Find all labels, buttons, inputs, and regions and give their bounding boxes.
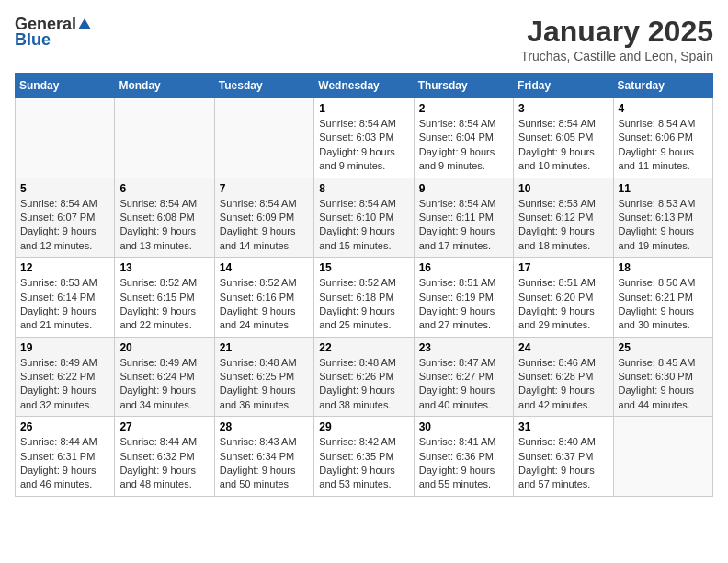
day-info: Sunrise: 8:51 AMSunset: 6:20 PMDaylight:… (518, 276, 608, 333)
day-cell-23: 23Sunrise: 8:47 AMSunset: 6:27 PMDayligh… (414, 337, 513, 417)
week-row-1: 1Sunrise: 8:54 AMSunset: 6:03 PMDaylight… (16, 98, 713, 178)
day-cell-14: 14Sunrise: 8:52 AMSunset: 6:16 PMDayligh… (214, 258, 313, 338)
logo-triangle-icon (78, 18, 91, 29)
day-cell-26: 26Sunrise: 8:44 AMSunset: 6:31 PMDayligh… (16, 417, 115, 497)
day-info: Sunrise: 8:49 AMSunset: 6:22 PMDaylight:… (20, 356, 109, 413)
day-number: 13 (119, 261, 209, 274)
logo: General Blue (15, 15, 93, 50)
day-number: 20 (119, 341, 209, 354)
day-number: 23 (419, 341, 508, 354)
day-info: Sunrise: 8:47 AMSunset: 6:27 PMDaylight:… (419, 356, 508, 413)
week-row-4: 19Sunrise: 8:49 AMSunset: 6:22 PMDayligh… (16, 337, 713, 417)
day-cell-28: 28Sunrise: 8:43 AMSunset: 6:34 PMDayligh… (214, 417, 313, 497)
day-cell-7: 7Sunrise: 8:54 AMSunset: 6:09 PMDaylight… (214, 178, 313, 258)
day-cell-27: 27Sunrise: 8:44 AMSunset: 6:32 PMDayligh… (115, 417, 214, 497)
day-cell-2: 2Sunrise: 8:54 AMSunset: 6:04 PMDaylight… (414, 98, 513, 178)
empty-cell (16, 98, 115, 178)
day-info: Sunrise: 8:54 AMSunset: 6:10 PMDaylight:… (319, 197, 408, 254)
day-info: Sunrise: 8:52 AMSunset: 6:16 PMDaylight:… (220, 276, 309, 333)
weekday-header-monday: Monday (115, 74, 214, 98)
day-number: 28 (220, 420, 309, 433)
calendar-table: SundayMondayTuesdayWednesdayThursdayFrid… (15, 73, 713, 497)
day-number: 6 (119, 182, 209, 195)
day-cell-16: 16Sunrise: 8:51 AMSunset: 6:19 PMDayligh… (414, 258, 513, 338)
day-cell-21: 21Sunrise: 8:48 AMSunset: 6:25 PMDayligh… (214, 337, 313, 417)
day-number: 24 (518, 341, 608, 354)
day-number: 18 (619, 261, 708, 274)
empty-cell (613, 417, 712, 497)
day-number: 16 (419, 261, 508, 274)
day-cell-5: 5Sunrise: 8:54 AMSunset: 6:07 PMDaylight… (16, 178, 115, 258)
day-info: Sunrise: 8:48 AMSunset: 6:25 PMDaylight:… (220, 356, 309, 413)
day-info: Sunrise: 8:45 AMSunset: 6:30 PMDaylight:… (619, 356, 708, 413)
day-cell-30: 30Sunrise: 8:41 AMSunset: 6:36 PMDayligh… (414, 417, 513, 497)
day-cell-29: 29Sunrise: 8:42 AMSunset: 6:35 PMDayligh… (314, 417, 414, 497)
day-info: Sunrise: 8:54 AMSunset: 6:09 PMDaylight:… (220, 197, 309, 254)
day-cell-12: 12Sunrise: 8:53 AMSunset: 6:14 PMDayligh… (16, 258, 115, 338)
day-info: Sunrise: 8:53 AMSunset: 6:12 PMDaylight:… (518, 197, 608, 254)
header: General Blue January 2025 Truchas, Casti… (15, 15, 713, 63)
weekday-header-wednesday: Wednesday (314, 74, 414, 98)
day-number: 17 (518, 261, 608, 274)
day-number: 1 (319, 102, 408, 115)
day-info: Sunrise: 8:52 AMSunset: 6:15 PMDaylight:… (119, 276, 209, 333)
day-cell-31: 31Sunrise: 8:40 AMSunset: 6:37 PMDayligh… (514, 417, 613, 497)
day-number: 5 (20, 182, 109, 195)
day-info: Sunrise: 8:52 AMSunset: 6:18 PMDaylight:… (319, 276, 408, 333)
day-info: Sunrise: 8:43 AMSunset: 6:34 PMDaylight:… (220, 435, 309, 492)
day-number: 2 (419, 102, 508, 115)
day-cell-24: 24Sunrise: 8:46 AMSunset: 6:28 PMDayligh… (514, 337, 613, 417)
week-row-3: 12Sunrise: 8:53 AMSunset: 6:14 PMDayligh… (16, 258, 713, 338)
day-info: Sunrise: 8:54 AMSunset: 6:07 PMDaylight:… (20, 197, 109, 254)
day-number: 19 (20, 341, 109, 354)
day-info: Sunrise: 8:54 AMSunset: 6:05 PMDaylight:… (518, 117, 608, 174)
day-cell-10: 10Sunrise: 8:53 AMSunset: 6:12 PMDayligh… (514, 178, 613, 258)
day-number: 9 (419, 182, 508, 195)
week-row-5: 26Sunrise: 8:44 AMSunset: 6:31 PMDayligh… (16, 417, 713, 497)
day-cell-4: 4Sunrise: 8:54 AMSunset: 6:06 PMDaylight… (613, 98, 712, 178)
title-area: January 2025 Truchas, Castille and Leon,… (520, 15, 713, 63)
day-info: Sunrise: 8:40 AMSunset: 6:37 PMDaylight:… (518, 435, 608, 492)
day-info: Sunrise: 8:53 AMSunset: 6:14 PMDaylight:… (20, 276, 109, 333)
weekday-header-friday: Friday (514, 74, 613, 98)
calendar-subtitle: Truchas, Castille and Leon, Spain (520, 49, 713, 63)
day-cell-20: 20Sunrise: 8:49 AMSunset: 6:24 PMDayligh… (115, 337, 214, 417)
day-number: 7 (220, 182, 309, 195)
day-cell-8: 8Sunrise: 8:54 AMSunset: 6:10 PMDaylight… (314, 178, 414, 258)
weekday-header-sunday: Sunday (16, 74, 115, 98)
day-number: 30 (419, 420, 508, 433)
weekday-header-tuesday: Tuesday (214, 74, 313, 98)
day-info: Sunrise: 8:44 AMSunset: 6:31 PMDaylight:… (20, 435, 109, 492)
empty-cell (115, 98, 214, 178)
day-number: 27 (119, 420, 209, 433)
day-cell-15: 15Sunrise: 8:52 AMSunset: 6:18 PMDayligh… (314, 258, 414, 338)
day-info: Sunrise: 8:51 AMSunset: 6:19 PMDaylight:… (419, 276, 508, 333)
day-info: Sunrise: 8:54 AMSunset: 6:04 PMDaylight:… (419, 117, 508, 174)
day-number: 8 (319, 182, 408, 195)
day-number: 26 (20, 420, 109, 433)
day-cell-9: 9Sunrise: 8:54 AMSunset: 6:11 PMDaylight… (414, 178, 513, 258)
day-cell-19: 19Sunrise: 8:49 AMSunset: 6:22 PMDayligh… (16, 337, 115, 417)
weekday-header-thursday: Thursday (414, 74, 513, 98)
weekday-header-saturday: Saturday (613, 74, 712, 98)
day-number: 25 (619, 341, 708, 354)
day-cell-22: 22Sunrise: 8:48 AMSunset: 6:26 PMDayligh… (314, 337, 414, 417)
day-number: 3 (518, 102, 608, 115)
day-cell-1: 1Sunrise: 8:54 AMSunset: 6:03 PMDaylight… (314, 98, 414, 178)
week-row-2: 5Sunrise: 8:54 AMSunset: 6:07 PMDaylight… (16, 178, 713, 258)
day-info: Sunrise: 8:46 AMSunset: 6:28 PMDaylight:… (518, 356, 608, 413)
day-number: 10 (518, 182, 608, 195)
logo-blue-text: Blue (15, 30, 51, 50)
calendar-title: January 2025 (520, 15, 713, 49)
day-number: 12 (20, 261, 109, 274)
day-number: 4 (619, 102, 708, 115)
day-info: Sunrise: 8:54 AMSunset: 6:08 PMDaylight:… (119, 197, 209, 254)
day-info: Sunrise: 8:42 AMSunset: 6:35 PMDaylight:… (319, 435, 408, 492)
day-number: 14 (220, 261, 309, 274)
day-info: Sunrise: 8:48 AMSunset: 6:26 PMDaylight:… (319, 356, 408, 413)
day-number: 29 (319, 420, 408, 433)
day-info: Sunrise: 8:41 AMSunset: 6:36 PMDaylight:… (419, 435, 508, 492)
day-cell-3: 3Sunrise: 8:54 AMSunset: 6:05 PMDaylight… (514, 98, 613, 178)
day-info: Sunrise: 8:54 AMSunset: 6:11 PMDaylight:… (419, 197, 508, 254)
day-info: Sunrise: 8:54 AMSunset: 6:06 PMDaylight:… (619, 117, 708, 174)
